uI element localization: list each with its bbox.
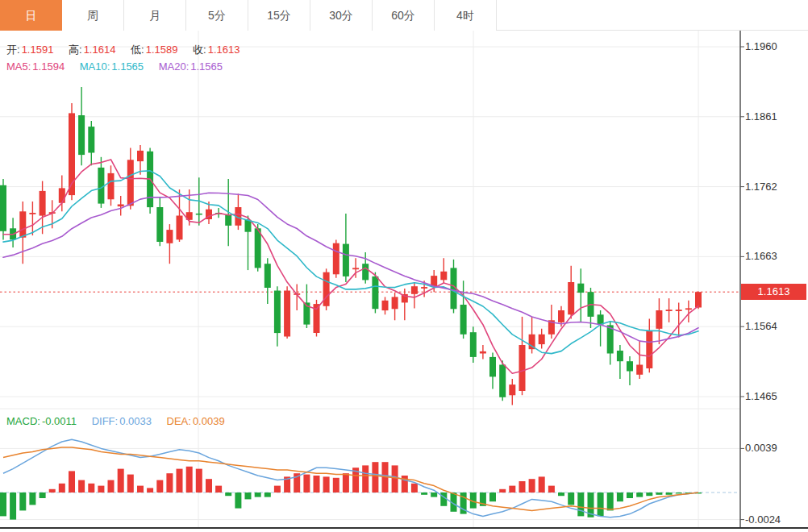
macd-bar (333, 478, 339, 493)
ma-legend: MA5:1.1594 MA10:1.1565 MA20:1.1565 (6, 60, 235, 73)
open-label: 开: (6, 44, 20, 56)
macd-bar (69, 471, 75, 493)
macd-bar (118, 469, 124, 493)
candle-body (118, 205, 124, 207)
candle-body (539, 335, 545, 344)
macd-bar (343, 473, 349, 493)
macd-bar (98, 486, 104, 493)
tab-30分[interactable]: 30分 (310, 0, 373, 31)
close-value: 1.1613 (208, 44, 240, 56)
macd-bar (59, 484, 65, 493)
ma5-value: 1.1594 (32, 60, 65, 73)
macd-bar (656, 493, 662, 495)
macd-bar (303, 475, 310, 493)
candle-body (617, 351, 623, 361)
price-tick-label: 1.1960 (745, 39, 806, 54)
candle-body (108, 173, 115, 199)
price-tick-label: 1.1861 (745, 110, 806, 124)
candle-body (127, 160, 134, 206)
tab-15分[interactable]: 15分 (248, 0, 310, 31)
candle-body (78, 115, 85, 155)
high-label: 高: (69, 44, 82, 56)
candle-body (568, 282, 574, 314)
ohlc-legend: 开:1.1591 高:1.1614 低:1.1589 收:1.1613 (6, 43, 252, 57)
macd-bar (40, 493, 46, 498)
candle-body (343, 244, 349, 276)
candle-body (137, 151, 144, 161)
tab-日[interactable]: 日 (0, 0, 62, 31)
price-tick-label: 1.1762 (745, 180, 806, 194)
dea-value: 0.0039 (193, 415, 225, 427)
candle-body (656, 310, 662, 329)
macd-bar (617, 493, 623, 501)
low-label: 低: (131, 44, 144, 56)
macd-label: MACD: (6, 415, 40, 427)
macd-bar (88, 484, 94, 493)
candle-body (323, 272, 330, 306)
candle-body (255, 228, 261, 268)
macd-bar (372, 462, 378, 493)
macd-bar (529, 479, 535, 493)
tab-4时[interactable]: 4时 (435, 0, 497, 31)
candle-body (489, 357, 496, 377)
candle-body (156, 207, 163, 242)
price-tick-label: 1.1465 (745, 389, 806, 404)
candle-body (499, 365, 506, 397)
tab-周[interactable]: 周 (62, 0, 124, 31)
macd-tick-label: 0.0039 (745, 441, 806, 455)
macd-bar (274, 486, 281, 493)
candle-body (274, 291, 281, 334)
tab-60分[interactable]: 60分 (373, 0, 435, 31)
candle-body (480, 351, 486, 354)
kline-chart[interactable] (0, 0, 808, 532)
ma5-label: MA5: (6, 60, 31, 73)
macd-bar (636, 493, 643, 497)
macd-bar (177, 469, 183, 493)
candle-body (411, 286, 418, 294)
macd-bar (235, 493, 241, 509)
macd-bar (431, 493, 437, 497)
low-value: 1.1589 (146, 44, 178, 56)
macd-bar (264, 493, 271, 497)
macd-bar (627, 493, 633, 498)
macd-bar (255, 493, 261, 497)
macd-bar (362, 465, 369, 493)
tab-月[interactable]: 月 (124, 0, 186, 31)
macd-bar (156, 480, 163, 493)
macd-bar (19, 493, 26, 510)
candle-body (627, 361, 633, 371)
candle-body (19, 211, 26, 237)
macd-bar (127, 475, 134, 493)
timeframe-tabs: 日周月5分15分30分60分4时 (0, 0, 808, 31)
tab-5分[interactable]: 5分 (186, 0, 248, 31)
candle-body (666, 310, 673, 311)
candle-body (460, 305, 467, 335)
candle-body (29, 213, 35, 214)
macd-bar (0, 493, 6, 516)
candle-body (519, 345, 526, 391)
macd-bar (186, 467, 193, 493)
macd-bar (323, 476, 330, 493)
candle-body (676, 310, 682, 311)
candle-body (636, 365, 643, 375)
kline-app: 日周月5分15分30分60分4时 开:1.1591 高:1.1614 低:1.1… (0, 0, 808, 532)
macd-bar (147, 488, 153, 493)
candle-body (509, 384, 515, 395)
macd-bar (225, 493, 231, 496)
diff-label: DIFF: (92, 415, 119, 427)
ma10-line (3, 171, 698, 354)
candle-body (382, 301, 389, 310)
price-tick-label: 1.1663 (745, 249, 806, 264)
candle-body (421, 287, 427, 289)
macd-legend: MACD:-0.0011 DIFF:0.0033 DEA:0.0039 (6, 415, 237, 427)
candle-body (372, 276, 378, 309)
macd-bar (676, 493, 682, 493)
macd-value: -0.0011 (42, 415, 77, 427)
candle-body (225, 215, 231, 226)
ma10-label: MA10: (80, 60, 110, 73)
candle-body (177, 216, 183, 240)
candle-body (0, 185, 6, 231)
price-tick-label: 1.1564 (745, 319, 806, 334)
candle-body (695, 292, 702, 307)
candle-body (333, 243, 339, 275)
